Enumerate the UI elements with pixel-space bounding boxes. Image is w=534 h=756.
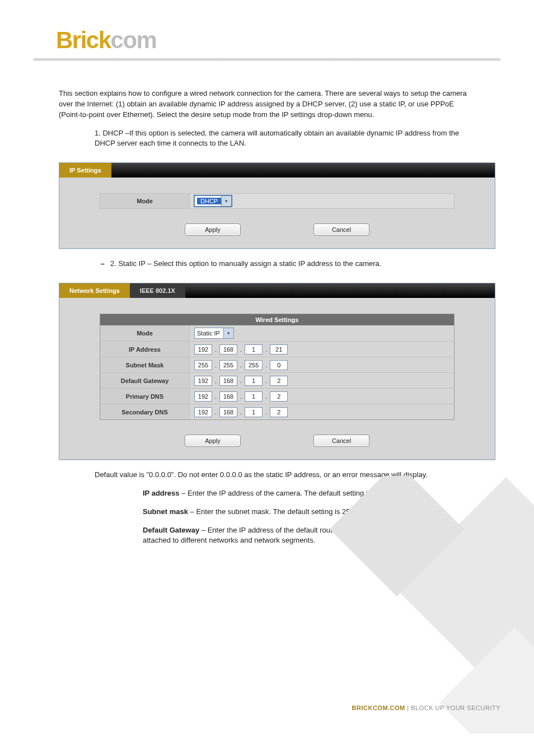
ip-octet[interactable]: 2 bbox=[270, 407, 288, 417]
intro-paragraph-1: This section explains how to configure a… bbox=[59, 88, 475, 120]
mode-select-value: DHCP bbox=[197, 198, 221, 204]
cancel-button[interactable]: Cancel bbox=[313, 435, 369, 447]
row-pdns-label: Primary DNS bbox=[100, 389, 190, 404]
row-mode-label: Mode bbox=[100, 325, 190, 341]
static-ip-intro-text: 2. Static IP – Select this option to man… bbox=[110, 259, 381, 268]
footer-domain: BRICKCOM.COM bbox=[352, 704, 405, 711]
cancel-button[interactable]: Cancel bbox=[313, 223, 369, 236]
ip-octet[interactable]: 192 bbox=[194, 344, 212, 354]
note-subnet-mask: Subnet mask – Enter the subnet mask. The… bbox=[143, 507, 475, 517]
chevron-down-icon: ▾ bbox=[221, 196, 231, 206]
ip-octet[interactable]: 2 bbox=[270, 391, 288, 402]
screenshot-network-settings: Network Settings IEEE 802.1X Wired Setti… bbox=[59, 283, 495, 460]
logo-part2: com bbox=[111, 27, 157, 53]
mode-select-static[interactable]: Static IP ▾ bbox=[194, 328, 234, 339]
note-ip-address: IP address – Enter the IP address of the… bbox=[143, 488, 475, 499]
primary-dns-input[interactable]: 192. 168. 1. 2 bbox=[190, 391, 454, 402]
row-ip-label: IP Address bbox=[100, 342, 190, 357]
ip-octet[interactable]: 2 bbox=[270, 376, 288, 386]
note-mask-text: Enter the subnet mask. The default setti… bbox=[196, 507, 390, 516]
note-ip-text: Enter the IP address of the camera. The … bbox=[188, 489, 414, 497]
note-default-gateway: Default Gateway – Enter the IP address o… bbox=[143, 525, 475, 547]
ip-octet[interactable]: 1 bbox=[245, 407, 263, 417]
table-title: Wired Settings bbox=[100, 314, 454, 325]
chevron-down-icon: ▾ bbox=[223, 328, 233, 338]
ip-octet[interactable]: 1 bbox=[245, 344, 263, 354]
static-ip-intro: –2. Static IP – Select this option to ma… bbox=[95, 259, 475, 269]
ip-octet[interactable]: 168 bbox=[219, 376, 237, 386]
ip-octet[interactable]: 192 bbox=[194, 376, 212, 386]
apply-button[interactable]: Apply bbox=[185, 223, 241, 236]
subnet-mask-input[interactable]: 255. 255. 255. 0 bbox=[190, 360, 454, 370]
mode-select-static-value: Static IP bbox=[197, 330, 223, 337]
ip-octet[interactable]: 168 bbox=[219, 344, 237, 354]
intro-paragraph-dhcp: 1. DHCP –If this option is selected, the… bbox=[95, 128, 475, 150]
ip-octet[interactable]: 192 bbox=[194, 391, 212, 402]
mode-label: Mode bbox=[100, 194, 190, 208]
tab-ip-settings[interactable]: IP Settings bbox=[59, 163, 111, 178]
ip-octet[interactable]: 21 bbox=[270, 344, 288, 354]
ip-octet[interactable]: 168 bbox=[219, 407, 237, 417]
ip-octet[interactable]: 255 bbox=[245, 360, 263, 370]
ip-address-input[interactable]: 192. 168. 1. 21 bbox=[190, 344, 454, 354]
footer-tagline: BLOCK UP YOUR SECURITY bbox=[411, 704, 500, 711]
ip-octet[interactable]: 192 bbox=[194, 407, 212, 417]
row-sdns-label: Secondary DNS bbox=[100, 404, 190, 419]
ip-octet[interactable]: 0 bbox=[270, 360, 288, 370]
apply-button[interactable]: Apply bbox=[185, 435, 241, 447]
wired-settings-table: Wired Settings Mode Static IP ▾ IP Addre… bbox=[100, 314, 455, 420]
row-mask-label: Subnet Mask bbox=[100, 357, 190, 372]
note-default-value: Default value is "0.0.0.0". Do not enter… bbox=[95, 470, 475, 480]
secondary-dns-input[interactable]: 192. 168. 1. 2 bbox=[190, 407, 454, 417]
ip-octet[interactable]: 168 bbox=[219, 391, 237, 402]
row-gw-label: Default Gateway bbox=[100, 373, 190, 388]
footer-sep: | bbox=[405, 704, 411, 711]
screenshot-ip-settings: IP Settings Mode DHCP ▾ Apply Cancel bbox=[59, 162, 495, 249]
tab-ieee-8021x[interactable]: IEEE 802.1X bbox=[130, 283, 185, 298]
tab-bar-2: Network Settings IEEE 802.1X bbox=[59, 283, 495, 298]
ip-octet[interactable]: 1 bbox=[245, 391, 263, 402]
logo: Brickcom bbox=[56, 27, 500, 54]
note-mask-label: Subnet mask bbox=[143, 507, 188, 516]
default-gateway-input[interactable]: 192. 168. 1. 2 bbox=[190, 376, 454, 386]
tab-spacer bbox=[111, 163, 495, 178]
note-ip-label: IP address bbox=[143, 489, 180, 497]
tab-network-settings[interactable]: Network Settings bbox=[59, 283, 130, 298]
ip-octet[interactable]: 1 bbox=[245, 376, 263, 386]
tab-bar: IP Settings bbox=[59, 163, 495, 178]
ip-octet[interactable]: 255 bbox=[194, 360, 212, 370]
footer: BRICKCOM.COM | BLOCK UP YOUR SECURITY bbox=[352, 704, 500, 711]
note-gw-label: Default Gateway bbox=[143, 526, 199, 534]
ip-octet[interactable]: 255 bbox=[219, 360, 237, 370]
logo-part1: Brick bbox=[56, 27, 111, 53]
tab-spacer bbox=[185, 283, 495, 298]
mode-select[interactable]: DHCP ▾ bbox=[194, 195, 232, 207]
